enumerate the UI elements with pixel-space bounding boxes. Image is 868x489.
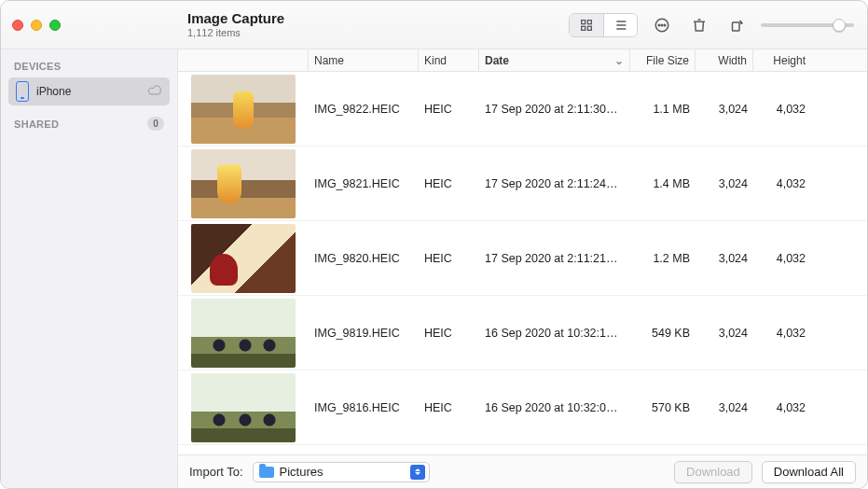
list-icon [613,18,628,33]
titlebar: Image Capture 1,112 items [1,1,867,49]
cell-name: IMG_9819.HEIC [309,327,419,340]
sidebar-section-label: SHARED [14,119,59,130]
col-thumbnail[interactable] [178,49,309,71]
cell-width: 3,024 [696,401,753,414]
col-date-label: Date [485,54,509,67]
cloud-icon [147,85,162,99]
thumbnail [191,75,296,144]
zoom-window-button[interactable] [49,20,61,31]
minimize-window-button[interactable] [31,20,42,31]
svg-point-10 [664,24,666,26]
more-button[interactable] [649,12,675,38]
thumbnail [191,299,296,368]
col-file-size[interactable]: File Size [630,49,696,71]
table-row[interactable]: IMG_9820.HEICHEIC17 Sep 2020 at 2:11:21…… [178,221,867,296]
download-all-button[interactable]: Download All [762,461,856,483]
sidebar-section-devices: DEVICES [1,57,177,76]
thumbnail [191,149,296,218]
col-kind[interactable]: Kind [419,49,479,71]
cell-date: 17 Sep 2020 at 2:11:24… [479,177,630,190]
cell-size: 570 KB [630,401,696,414]
popup-stepper-icon [410,465,425,480]
item-count: 1,112 items [187,27,569,38]
sidebar-item-iphone[interactable]: iPhone [8,77,170,105]
svg-rect-2 [582,26,586,30]
svg-point-9 [661,24,663,26]
cell-date: 16 Sep 2020 at 10:32:1… [479,327,630,340]
cell-height: 4,032 [753,177,811,190]
thumbnail-size-input[interactable] [761,23,854,27]
cell-date: 17 Sep 2020 at 2:11:21… [479,252,630,265]
import-to-label: Import To: [189,465,243,479]
svg-point-8 [658,24,660,26]
svg-rect-11 [733,22,740,31]
close-window-button[interactable] [12,20,23,31]
col-name[interactable]: Name [309,49,419,71]
trash-icon [691,17,708,34]
cell-width: 3,024 [696,327,753,340]
window-controls [1,20,178,31]
delete-button[interactable] [686,12,712,38]
cell-size: 1.1 MB [630,103,696,116]
cell-size: 1.4 MB [630,177,696,190]
cell-height: 4,032 [753,252,811,265]
cell-date: 16 Sep 2020 at 10:32:0… [479,401,630,414]
rotate-button[interactable] [723,12,750,38]
iphone-icon [16,81,29,102]
ellipsis-circle-icon [654,17,670,34]
svg-rect-0 [582,20,586,23]
column-headers: Name Kind Date ⌄ File Size Width Height [178,49,867,72]
title-area: Image Capture 1,112 items [178,11,569,39]
cell-name: IMG_9822.HEIC [309,103,419,116]
svg-rect-1 [587,20,591,23]
sidebar-item-label: iPhone [36,85,71,98]
chevron-down-icon: ⌄ [614,54,624,67]
cell-name: IMG_9816.HEIC [309,401,419,414]
col-height[interactable]: Height [753,49,811,71]
cell-size: 1.2 MB [630,252,696,265]
rotate-icon [728,17,745,34]
thumbnail-size-slider[interactable] [761,23,854,27]
table-row[interactable]: IMG_9819.HEICHEIC16 Sep 2020 at 10:32:1…… [178,296,867,370]
import-destination-value: Pictures [280,465,324,479]
cell-kind: HEIC [419,103,479,116]
grid-icon [579,18,594,33]
footer-bar: Import To: Pictures Download Download Al… [178,454,867,488]
list-view-button[interactable] [603,14,637,36]
cell-height: 4,032 [753,103,811,116]
import-destination-popup[interactable]: Pictures [253,462,430,482]
cell-name: IMG_9820.HEIC [309,252,419,265]
svg-rect-3 [587,26,591,30]
cell-date: 17 Sep 2020 at 2:11:30… [479,103,630,116]
cell-height: 4,032 [753,327,811,340]
sidebar-section-label: DEVICES [14,61,61,72]
table-row[interactable]: IMG_9821.HEICHEIC17 Sep 2020 at 2:11:24…… [178,147,867,221]
cell-width: 3,024 [696,252,753,265]
cell-kind: HEIC [419,401,479,414]
cell-kind: HEIC [419,327,479,340]
cell-height: 4,032 [753,401,811,414]
download-button[interactable]: Download [674,461,752,483]
content: Name Kind Date ⌄ File Size Width Height … [178,49,867,488]
view-switcher [569,13,638,37]
sidebar-section-shared: SHARED 0 [1,113,177,134]
cell-name: IMG_9821.HEIC [309,177,419,190]
cell-kind: HEIC [419,177,479,190]
thumbnail [191,224,296,293]
sidebar-shared-count: 0 [147,117,164,131]
cell-size: 549 KB [630,327,696,340]
thumbnail [191,373,296,442]
app-title: Image Capture [187,11,569,27]
table-row[interactable]: IMG_9816.HEICHEIC16 Sep 2020 at 10:32:0…… [178,370,867,445]
folder-icon [259,467,274,478]
cell-width: 3,024 [696,177,753,190]
cell-kind: HEIC [419,252,479,265]
cell-width: 3,024 [696,103,753,116]
col-date[interactable]: Date ⌄ [479,49,630,71]
col-width[interactable]: Width [696,49,753,71]
table-row[interactable]: IMG_9822.HEICHEIC17 Sep 2020 at 2:11:30…… [178,72,867,147]
table-body[interactable]: IMG_9822.HEICHEIC17 Sep 2020 at 2:11:30…… [178,72,867,454]
grid-view-button[interactable] [570,14,603,36]
toolbar [569,12,867,38]
sidebar: DEVICES iPhone SHARED 0 [1,49,178,488]
